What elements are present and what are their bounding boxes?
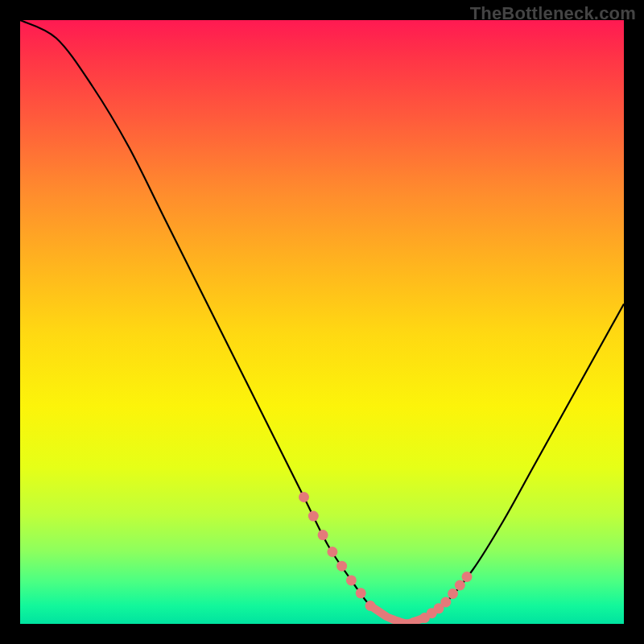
chart-gradient-background bbox=[20, 20, 624, 624]
watermark-text: TheBottleneck.com bbox=[470, 3, 636, 24]
